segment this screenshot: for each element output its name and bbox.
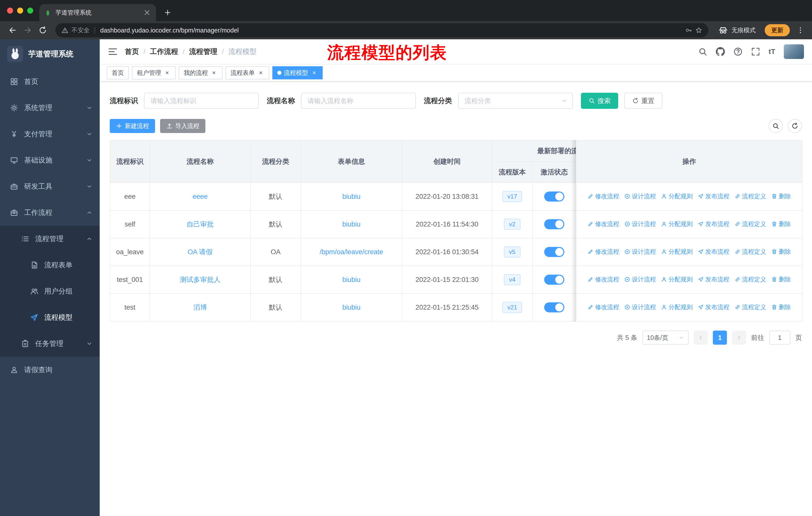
action-link[interactable]: 流程定义 [734,275,766,283]
tags-view-tab[interactable]: 首页 [107,66,129,79]
action-link[interactable]: 流程定义 [734,248,766,256]
category-select[interactable]: 流程分类 [458,93,573,109]
fullscreen-icon[interactable] [751,47,760,56]
action-link[interactable]: 发布流程 [698,303,729,311]
action-link[interactable]: 修改流程 [587,275,619,283]
process-name-link[interactable]: 测试多审批人 [180,276,221,283]
action-link[interactable]: 分配规则 [661,275,693,283]
bookmark-star-icon[interactable] [695,27,702,34]
close-window-button[interactable] [7,7,13,13]
browser-menu-dots-icon[interactable] [795,25,806,36]
sidebar-item-任务管理[interactable]: 任务管理 [0,331,100,357]
active-toggle[interactable] [544,191,564,201]
action-link[interactable]: 设计流程 [624,248,656,256]
tag-close-icon[interactable]: × [311,69,318,76]
update-button[interactable]: 更新 [765,24,790,36]
process-name-link[interactable]: OA 请假 [187,248,212,256]
sidebar-item-用户分组[interactable]: 用户分组 [0,278,100,304]
form-info-link[interactable]: biubiu [342,193,360,200]
action-link[interactable]: 发布流程 [698,192,729,200]
process-name-link[interactable]: eeee [193,193,208,200]
form-info-link[interactable]: /bpm/oa/leave/create [320,248,383,256]
sidebar-item-系统管理[interactable]: 系统管理 [0,95,100,121]
reload-icon[interactable] [36,24,49,37]
font-size-icon[interactable]: tT [769,48,775,56]
action-link[interactable]: 流程定义 [734,220,766,228]
breadcrumb-item[interactable]: 流程模型 [228,47,257,56]
action-link[interactable]: 分配规则 [661,303,693,311]
back-icon[interactable] [6,24,19,37]
action-link[interactable]: 删除 [771,192,791,200]
zoom-window-button[interactable] [27,7,33,13]
new-tab-button[interactable] [161,6,174,19]
action-link[interactable]: 流程定义 [734,192,766,200]
browser-tab[interactable]: 芋道管理系统 [39,4,156,21]
action-link[interactable]: 修改流程 [587,303,619,311]
tag-close-icon[interactable]: × [257,69,264,76]
address-bar[interactable]: 不安全 dashboard.yudao.iocoder.cn/bpm/manag… [55,23,708,37]
tags-view-tab[interactable]: 流程表单 × [226,66,269,79]
next-page-button[interactable] [732,331,746,345]
action-link[interactable]: 删除 [771,303,791,311]
avatar[interactable] [784,44,804,59]
help-icon[interactable] [733,47,743,56]
action-link[interactable]: 删除 [771,248,791,256]
active-toggle[interactable] [544,275,564,285]
tags-view-tab[interactable]: 流程模型 × [272,66,323,79]
action-link[interactable]: 流程定义 [734,303,766,311]
action-link[interactable]: 设计流程 [624,303,656,311]
forward-icon[interactable] [21,24,34,37]
action-link[interactable]: 修改流程 [587,192,619,200]
process-name-link[interactable]: 自己审批 [186,220,214,228]
action-link[interactable]: 发布流程 [698,275,729,283]
sidebar-item-工作流程[interactable]: 工作流程 [0,199,100,226]
process-key-input[interactable] [144,93,259,109]
action-link[interactable]: 分配规则 [661,248,693,256]
tag-close-icon[interactable]: × [210,69,218,76]
action-link[interactable]: 修改流程 [587,220,619,228]
process-name-input[interactable] [301,93,416,109]
page-size-select[interactable]: 10条/页 [642,331,689,345]
sidebar-item-基础设施[interactable]: 基础设施 [0,147,100,173]
create-process-button[interactable]: 新建流程 [110,119,155,133]
form-info-link[interactable]: biubiu [342,276,360,283]
action-link[interactable]: 修改流程 [587,248,619,256]
form-info-link[interactable]: biubiu [342,304,360,311]
action-link[interactable]: 分配规则 [661,220,693,228]
action-link[interactable]: 删除 [771,220,791,228]
minimize-window-button[interactable] [17,7,23,13]
active-toggle[interactable] [544,219,564,229]
password-key-icon[interactable] [685,27,692,34]
action-link[interactable]: 设计流程 [624,192,656,200]
github-icon[interactable] [716,47,725,56]
action-link[interactable]: 删除 [771,275,791,283]
tag-close-icon[interactable]: × [164,69,171,76]
tags-view-tab[interactable]: 我的流程 × [179,66,223,79]
sidebar-item-流程模型[interactable]: 流程模型 [0,304,100,331]
page-number[interactable]: 1 [713,331,727,345]
sidebar-item-请假查询[interactable]: 请假查询 [0,357,100,383]
sidebar-item-流程表单[interactable]: 流程表单 [0,252,100,278]
breadcrumb-item[interactable]: 流程管理 / [189,47,224,56]
import-process-button[interactable]: 导入流程 [160,119,205,133]
goto-page-input[interactable] [769,331,790,345]
toggle-search-button[interactable] [769,119,783,133]
active-toggle[interactable] [544,247,564,257]
hamburger-icon[interactable] [108,47,118,57]
action-link[interactable]: 发布流程 [698,248,729,256]
breadcrumb-item[interactable]: 首页 / [125,47,145,56]
search-icon[interactable] [698,47,707,56]
sidebar-item-流程管理[interactable]: 流程管理 [0,226,100,252]
active-toggle[interactable] [544,302,564,313]
form-info-link[interactable]: biubiu [342,220,360,228]
breadcrumb-item[interactable]: 工作流程 / [150,47,185,56]
reset-button[interactable]: 重置 [624,93,663,109]
action-link[interactable]: 设计流程 [624,275,656,283]
action-link[interactable]: 分配规则 [661,192,693,200]
sidebar-item-首页[interactable]: 首页 [0,69,100,95]
refresh-table-button[interactable] [788,119,802,133]
tags-view-tab[interactable]: 租户管理 × [132,66,176,79]
sidebar-item-支付管理[interactable]: 支付管理 [0,121,100,147]
tab-close-icon[interactable] [143,8,151,17]
process-name-link[interactable]: 滔博 [193,304,207,311]
